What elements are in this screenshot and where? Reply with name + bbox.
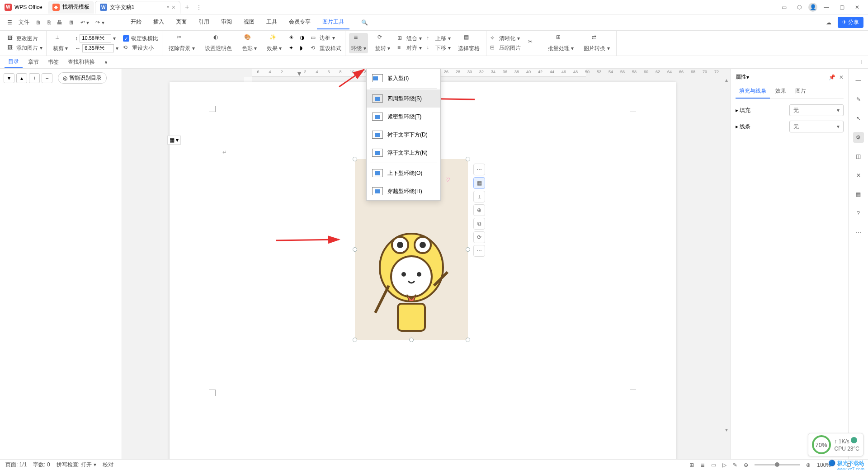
tablet-mode-icon[interactable]: ▭ [778,1,790,14]
resize-handle[interactable] [466,247,470,252]
hamburger-icon[interactable]: ☰ [5,18,15,28]
reset-style-button[interactable]: ⟲重设样式 [311,45,341,52]
view-write-icon[interactable]: ✎ [733,462,737,468]
change-picture-button[interactable]: 🖼更改图片 [7,35,42,42]
share-button[interactable]: ✈ 分享 [838,17,863,28]
new-tab-button[interactable]: + [180,3,193,11]
view-read-icon[interactable]: ▭ [711,462,716,468]
wrap-tight[interactable]: 紧密型环绕(T) [367,108,440,126]
batch-button[interactable]: ⊞批量处理 ▾ [545,34,576,52]
scroll-up-icon[interactable]: ▴ [725,77,730,82]
compress-button[interactable]: ⊟压缩图片 [490,44,521,52]
reset-size-button[interactable]: ⟲重设大小 [123,44,158,52]
file-menu[interactable]: 文件 [16,17,32,28]
wrap-inline[interactable]: 嵌入型(I) [367,69,440,87]
contrast-icon[interactable]: ◑ [300,34,307,42]
sb-findreplace[interactable]: 查找和替换 [64,56,99,68]
effect-button[interactable]: ✨效果 ▾ [264,34,284,52]
wrap-through[interactable]: 穿越型环绕(H) [367,182,440,200]
line-select[interactable]: 无▾ [789,121,844,132]
more-icon[interactable]: ⋯ [853,227,864,238]
level-dropdown[interactable]: ▾ [4,73,14,83]
gallery-icon[interactable]: ◫ [853,151,864,162]
cube-icon[interactable]: ⬡ [793,1,806,14]
add-outline[interactable]: + [29,73,40,83]
move-down-button[interactable]: ↓下移 ▾ [426,44,451,52]
view-page-icon[interactable]: ≣ [700,462,705,468]
shadow-icon[interactable]: ◗ [300,45,307,52]
resize-handle[interactable] [353,157,357,161]
view-outline-icon[interactable]: ⊞ [689,462,694,468]
remove-outline[interactable]: − [42,73,52,83]
tab-review[interactable]: 审阅 [216,15,237,29]
status-words[interactable]: 字数: 0 [33,461,50,469]
zoom-out-icon[interactable]: ⊝ [744,462,748,468]
clarify-button[interactable]: ✧清晰化 ▾ [490,35,521,42]
resize-handle[interactable] [353,338,357,342]
resize-handle[interactable] [466,338,470,342]
float-zoom-icon[interactable]: ⊕ [473,204,485,216]
tab-insert[interactable]: 插入 [148,15,170,29]
wrap-topbottom[interactable]: 上下型环绕(O) [367,164,440,182]
tab-home[interactable]: 开始 [125,15,147,29]
redo-icon[interactable]: ↷ ▾ [93,18,107,28]
float-copy-icon[interactable]: ⧉ [473,218,485,230]
crop-tool-icon[interactable]: ✂ [525,38,541,48]
status-proof[interactable]: 校对 [103,461,113,469]
resize-handle[interactable] [409,338,414,342]
crop-button[interactable]: ⟂裁剪 ▾ [50,34,71,52]
tab-tools[interactable]: 工具 [261,15,283,29]
rp-tab-effect[interactable]: 效果 [772,85,790,99]
float-rotate-icon[interactable]: ⟳ [473,231,485,243]
move-up-outline[interactable]: ▴ [16,73,27,83]
sharpness-icon[interactable]: ✦ [289,45,296,52]
sb-collapse-icon[interactable]: ∧ [100,57,112,67]
help-icon[interactable]: ? [853,208,864,219]
tab-reference[interactable]: 引用 [193,15,215,29]
zoom-slider[interactable] [755,464,800,465]
view-play-icon[interactable]: ▷ [722,462,726,468]
lock-ratio-checkbox[interactable]: ✓锁定纵横比 [123,35,158,42]
smart-outline-button[interactable]: ◎ 智能识别目录 [58,72,107,84]
status-spell[interactable]: 拼写检查: 打开 ▾ [57,461,96,469]
float-menu-icon[interactable]: ⋯ [473,245,485,257]
search-icon[interactable]: 🔍 [359,15,371,29]
color-button[interactable]: 🎨色彩 ▾ [239,34,259,52]
set-transparent-button[interactable]: ◐设置透明色 [202,34,235,52]
fill-select[interactable]: 无▾ [789,104,844,116]
tab-document[interactable]: W 文字文稿1 • × [95,1,180,14]
scroll-down-icon[interactable]: ▾ [725,427,730,432]
sb-chapter[interactable]: 章节 [24,56,42,68]
selection-pane-button[interactable]: ▤选择窗格 [455,34,482,52]
float-crop-icon[interactable]: ⟂ [473,191,485,202]
tab-page[interactable]: 页面 [170,15,192,29]
rotate-button[interactable]: ⟳旋转 ▾ [373,34,393,52]
tab-member[interactable]: 会员专享 [283,15,316,29]
wrap-square[interactable]: 四周型环绕(S) [367,89,440,108]
move-up-button[interactable]: ↑上移 ▾ [426,35,451,42]
add-picture-button[interactable]: 🖼添加图片 ▾ [7,44,42,52]
sb-outline[interactable]: 目录 [5,56,23,68]
remove-bg-button[interactable]: ✂抠除背景 ▾ [166,34,197,52]
pencil-icon[interactable]: ✎ [853,94,864,105]
rp-tab-pic[interactable]: 图片 [792,85,810,99]
zoom-in-icon[interactable]: ⊕ [806,462,811,468]
pin-icon[interactable]: 📌 [829,74,835,80]
wrap-front[interactable]: 浮于文字上方(N) [367,144,440,162]
undo-icon[interactable]: ↶ ▾ [78,18,92,28]
settings-icon[interactable]: ⚙ [853,132,864,143]
maximize-button[interactable]: ▢ [835,1,848,14]
resize-handle[interactable] [353,247,357,252]
page-options-button[interactable]: ▦ ▾ [167,136,181,145]
tab-view[interactable]: 视图 [238,15,260,29]
rp-tab-fill[interactable]: 填充与线条 [736,85,770,99]
performance-widget[interactable]: 70% ↑ 1K/s CPU 23°C [808,433,863,456]
width-input[interactable]: ↕ ▾ [75,34,118,42]
layers-icon[interactable]: ▦ [853,189,864,200]
cursor-icon[interactable]: ↖ [853,113,864,124]
tab-menu-icon[interactable]: ⋮ [196,4,202,10]
close-panel-icon[interactable]: ✕ [839,74,844,80]
wrap-behind[interactable]: 衬于文字下方(D) [367,126,440,144]
tab-wps-office[interactable]: W WPS Office [0,1,47,14]
tools-icon[interactable]: ✕ [853,170,864,181]
